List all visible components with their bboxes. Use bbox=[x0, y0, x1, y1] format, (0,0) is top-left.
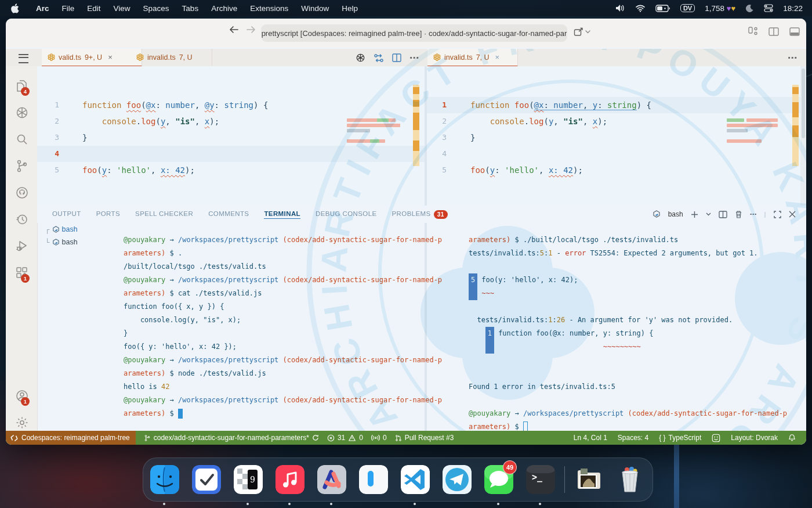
focus-moon-icon[interactable] bbox=[745, 4, 754, 13]
ports-indicator[interactable]: 0 bbox=[371, 434, 387, 442]
tab-close-icon[interactable]: × bbox=[495, 53, 500, 62]
timeline-history-icon[interactable] bbox=[15, 212, 29, 226]
more-actions-icon[interactable]: ⋯ bbox=[788, 52, 797, 63]
dock-music-icon[interactable] bbox=[276, 465, 304, 494]
settings-gear-icon[interactable] bbox=[15, 416, 29, 430]
problems-indicator[interactable]: 31 0 bbox=[327, 434, 363, 442]
dock-downloads-folder-icon[interactable] bbox=[574, 465, 603, 494]
editor-pane-invalid-ts[interactable]: 12345 function foo(@x: number, y: string… bbox=[427, 66, 806, 206]
dock-finder-icon[interactable] bbox=[150, 465, 179, 494]
panel-tab-ports[interactable]: PORTS bbox=[96, 210, 120, 218]
menu-archive[interactable]: Archive bbox=[205, 4, 244, 13]
testing-icon[interactable] bbox=[15, 239, 29, 253]
menubar-clock[interactable]: 18:22 bbox=[783, 4, 803, 13]
language-mode[interactable]: { } TypeScript bbox=[659, 434, 701, 442]
volume-icon[interactable] bbox=[615, 4, 625, 12]
notifications-bell-icon[interactable] bbox=[788, 434, 796, 442]
panel-tab-spell-checker[interactable]: SPELL CHECKER bbox=[135, 210, 193, 218]
dock-terminal-icon[interactable]: >_ bbox=[526, 465, 555, 494]
tab-invalid-ts-left[interactable]: invalid.ts 7, U bbox=[130, 49, 212, 66]
menu-hamburger-icon[interactable] bbox=[19, 54, 28, 63]
control-center-icon[interactable] bbox=[764, 4, 773, 12]
dock-nine-app-icon[interactable]: 9 bbox=[234, 465, 263, 494]
remote-indicator[interactable]: Codespaces: reimagined palm-tree bbox=[6, 431, 136, 445]
code-invalid-ts[interactable]: function foo(@x: number, y: string) { co… bbox=[470, 97, 651, 178]
menu-file[interactable]: File bbox=[56, 4, 81, 13]
github-icon[interactable] bbox=[15, 186, 29, 200]
back-button[interactable] bbox=[229, 26, 238, 34]
menu-spaces[interactable]: Spaces bbox=[137, 4, 176, 13]
menu-arc[interactable]: Arc bbox=[30, 4, 56, 13]
typescript-file-icon bbox=[136, 53, 144, 61]
panel-more-icon[interactable]: ⋯ bbox=[750, 210, 757, 218]
messages-unread-badge: 49 bbox=[503, 460, 517, 474]
terminal-left-bash[interactable]: @pouyakary → /workspaces/prettyscript (c… bbox=[124, 233, 466, 445]
tab-close-icon[interactable]: × bbox=[108, 53, 113, 62]
search-icon[interactable] bbox=[15, 132, 29, 146]
split-terminal-icon[interactable] bbox=[719, 211, 727, 218]
panel-tab-comments[interactable]: COMMENTS bbox=[208, 210, 249, 218]
code-valid-ts[interactable]: function foo(@x: number, @y: string) { c… bbox=[82, 97, 268, 178]
menu-help[interactable]: Help bbox=[335, 4, 364, 13]
indentation-indicator[interactable]: Spaces: 4 bbox=[618, 434, 648, 442]
panel-tab-output[interactable]: OUTPUT bbox=[52, 210, 81, 218]
dock-linear-bar-icon[interactable] bbox=[359, 465, 388, 494]
sync-icon bbox=[312, 434, 319, 441]
kill-terminal-icon[interactable] bbox=[735, 210, 742, 218]
pull-request-label: Pull Request #3 bbox=[405, 434, 454, 442]
open-changes-icon[interactable] bbox=[374, 53, 384, 63]
keyboard-layout-status[interactable]: Layout: Dvorak bbox=[731, 434, 778, 442]
forward-button[interactable] bbox=[246, 26, 256, 34]
terminal-label: bash bbox=[62, 225, 78, 233]
address-bar[interactable]: prettyscript [Codespaces: reimagined pal… bbox=[261, 24, 567, 42]
arc-browser-window: prettyscript [Codespaces: reimagined pal… bbox=[6, 19, 806, 445]
split-editor-icon[interactable] bbox=[392, 53, 401, 62]
chatgpt-sidebar-icon[interactable] bbox=[15, 106, 29, 120]
terminal-list-item-bash-1[interactable]: ┌ bash bbox=[42, 223, 123, 236]
pull-request-indicator[interactable]: Pull Request #3 bbox=[395, 434, 454, 442]
menubar-counter[interactable]: 1,758 ♥♥ bbox=[705, 4, 735, 13]
terminal-right-bash[interactable]: arameters) $ ./built/local/tsgo ./tests/… bbox=[469, 233, 806, 445]
menu-extensions[interactable]: Extensions bbox=[244, 4, 295, 13]
feedback-smiley-icon[interactable] bbox=[712, 434, 720, 442]
tab-invalid-ts-right[interactable]: invalid.ts 7, U × bbox=[427, 49, 518, 67]
minimap[interactable] bbox=[347, 116, 413, 206]
apple-menu-icon[interactable] bbox=[10, 3, 19, 13]
terminal-dropdown-chevron[interactable] bbox=[706, 212, 711, 216]
grid-view-icon[interactable] bbox=[748, 27, 758, 37]
editor-scrollbar[interactable] bbox=[800, 66, 806, 206]
bottom-panel-icon[interactable] bbox=[789, 27, 800, 36]
chatgpt-icon[interactable] bbox=[356, 53, 365, 63]
maximize-panel-icon[interactable] bbox=[774, 211, 781, 218]
tab-valid-ts[interactable]: valid.ts 9+, U × bbox=[42, 49, 142, 67]
terminal-list: ┌ bash └ bash bbox=[42, 223, 123, 258]
branch-indicator[interactable]: codex/add-syntactic-sugar-for-named-para… bbox=[144, 434, 319, 442]
dock-vscode-icon[interactable] bbox=[401, 465, 430, 494]
dock-telegram-icon[interactable] bbox=[443, 465, 472, 494]
source-control-icon[interactable] bbox=[15, 159, 29, 173]
wifi-icon[interactable] bbox=[635, 4, 646, 12]
terminal-list-item-bash-2[interactable]: └ bash bbox=[42, 236, 123, 248]
editor-pane-valid-ts[interactable]: 12345 function foo(@x: number, @y: strin… bbox=[37, 66, 425, 206]
menu-tabs[interactable]: Tabs bbox=[176, 4, 205, 13]
dock-things-icon[interactable] bbox=[192, 465, 221, 494]
new-terminal-icon[interactable] bbox=[691, 211, 698, 218]
running-dot-messages bbox=[497, 503, 499, 505]
menu-view[interactable]: View bbox=[107, 4, 137, 13]
share-button[interactable] bbox=[573, 27, 590, 37]
panel-tab-debug-console[interactable]: DEBUG CONSOLE bbox=[316, 210, 377, 218]
dock-trash-icon[interactable] bbox=[615, 465, 644, 494]
minimap[interactable] bbox=[727, 116, 793, 206]
close-panel-icon[interactable] bbox=[789, 211, 796, 218]
menu-edit[interactable]: Edit bbox=[81, 4, 107, 13]
more-actions-icon[interactable]: ⋯ bbox=[409, 52, 419, 63]
split-view-icon[interactable] bbox=[768, 27, 779, 36]
shell-label[interactable]: bash bbox=[668, 210, 683, 218]
panel-tab-problems[interactable]: PROBLEMS bbox=[392, 210, 431, 218]
keyboard-layout-indicator[interactable]: DV bbox=[680, 4, 695, 12]
cursor-position[interactable]: Ln 4, Col 1 bbox=[574, 434, 607, 442]
battery-icon[interactable] bbox=[655, 5, 670, 12]
dock-arc-icon[interactable] bbox=[317, 465, 346, 494]
menu-window[interactable]: Window bbox=[295, 4, 335, 13]
panel-tab-terminal[interactable]: TERMINAL bbox=[264, 210, 300, 219]
